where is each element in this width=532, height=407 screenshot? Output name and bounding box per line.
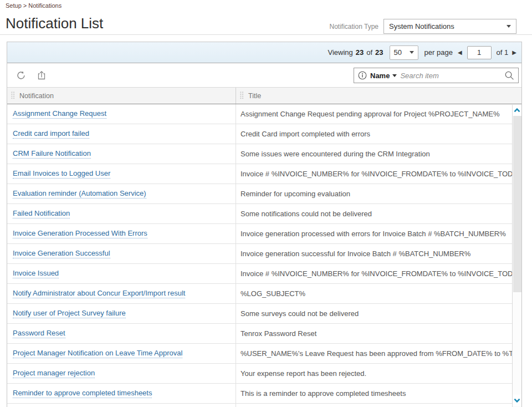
page-size-select[interactable]: 50 [390, 45, 418, 60]
notification-link[interactable]: Invoice Generation Successful [13, 249, 110, 258]
column-header-title[interactable]: Title [236, 88, 521, 104]
notification-type-filter: Notification Type System Notifications [330, 19, 517, 34]
notification-cell: Assignment Change Request [7, 104, 236, 124]
notification-link[interactable]: Email Invoices to Logged User [13, 169, 110, 179]
title-cell: Reminder for upcoming evaluation [236, 184, 512, 204]
notification-cell: Password Reset [7, 324, 236, 343]
notification-link[interactable]: Notify user of Project Survey failure [13, 309, 126, 318]
export-button[interactable] [36, 70, 47, 81]
refresh-icon [16, 70, 27, 81]
table-row: Invoice Generation Successful Invoice ge… [7, 244, 512, 264]
notification-link[interactable]: Failed Notification [13, 209, 70, 218]
scrollbar-thumb[interactable] [513, 116, 521, 292]
table-row: Project manager rejection Your expense r… [7, 364, 512, 384]
table-header: Notification Title [7, 87, 521, 104]
notification-link[interactable]: Evaluation reminder (Automation Service) [13, 189, 146, 199]
viewing-of-label: of [366, 48, 372, 57]
notification-link[interactable]: Password Reset [13, 329, 65, 338]
table-row: Reminder to approve completed timesheets… [7, 384, 512, 404]
notification-link[interactable]: Credit card import failed [13, 129, 89, 139]
notification-cell: Invoice Generation Processed With Errors [7, 224, 236, 243]
notification-cell: Notify user of Project Survey failure [7, 304, 236, 323]
notification-cell: Project manager rejection [7, 364, 236, 383]
header-divider [0, 34, 532, 35]
info-icon[interactable] [358, 71, 367, 80]
notification-cell: Invoice Generation Successful [7, 244, 236, 263]
notification-type-select[interactable]: System Notifications [383, 19, 516, 34]
title-cell: Some issues were encountered during the … [236, 144, 512, 164]
notification-link[interactable]: Invoice Generation Processed With Errors [13, 229, 147, 238]
grid-action-bar: Name [7, 63, 521, 87]
title-cell: Some surveys could not be delivered [236, 304, 512, 323]
notification-link[interactable]: Invoice Issued [13, 269, 59, 278]
viewing-total: 23 [375, 48, 383, 57]
notification-cell: Project Manager Notification on Leave Ti… [7, 344, 236, 363]
search-field-label: Name [370, 72, 390, 80]
column-header-label: Notification [19, 92, 54, 100]
page-title: Notification List [6, 15, 103, 32]
next-page-button[interactable]: ▶ [512, 49, 516, 55]
search-button[interactable] [504, 70, 514, 80]
notification-link[interactable]: Reminder to approve completed timesheets [13, 389, 152, 398]
title-cell: Some notifications could not be delivere… [236, 204, 512, 223]
title-cell: This is a reminder to approve completed … [236, 384, 512, 403]
table-row: Invoice Issued Invoice # %INVOICE_NUMBER… [7, 264, 512, 284]
notification-cell: Failed Notification [7, 204, 236, 223]
title-cell: Invoice generation successful for Invoic… [236, 244, 512, 263]
notification-cell [7, 404, 236, 407]
scroll-up-button[interactable] [513, 105, 521, 116]
column-header-label: Title [248, 92, 261, 100]
notification-link[interactable]: Project Manager Notification on Leave Ti… [13, 349, 182, 358]
viewing-label: Viewing [328, 48, 353, 57]
title-cell: Invoice generation processed with errors… [236, 224, 512, 243]
table-row: Project Manager Notification on Leave Ti… [7, 344, 512, 364]
scroll-down-button[interactable] [513, 395, 521, 406]
notification-link[interactable]: CRM Failure Notification [13, 149, 91, 159]
title-cell [236, 404, 512, 407]
page-number-input[interactable] [467, 46, 492, 59]
chevron-down-icon [507, 25, 511, 28]
search-icon [504, 70, 514, 80]
refresh-button[interactable] [16, 70, 27, 81]
notification-link[interactable]: Notify Administrator about Concur Export… [13, 289, 185, 298]
vertical-scrollbar[interactable] [512, 105, 521, 407]
notification-link[interactable]: Assignment Change Request [13, 109, 106, 119]
prev-page-button[interactable]: ◀ [458, 49, 462, 55]
table-row: Credit card import failed Credit Card im… [7, 124, 512, 144]
notification-cell: Invoice Issued [7, 264, 236, 283]
page-size-value: 50 [394, 48, 402, 57]
column-grip-icon [240, 91, 244, 100]
column-header-notification[interactable]: Notification [7, 88, 236, 104]
search-box: Name [354, 68, 519, 83]
viewing-count: 23 [356, 48, 364, 57]
notification-cell: Notify Administrator about Concur Export… [7, 284, 236, 303]
column-grip-icon [11, 91, 15, 100]
title-cell: %USER_NAME%'s Leave Request has been app… [236, 344, 512, 363]
notification-cell: Evaluation reminder (Automation Service) [7, 184, 236, 204]
notification-link[interactable]: Project manager rejection [13, 369, 95, 378]
table-row-partial [7, 404, 512, 407]
export-icon [36, 70, 47, 81]
title-cell: Credit Card import completed with errors [236, 124, 512, 144]
notification-grid: Viewing 23 of 23 50 per page ◀ of 1 ▶ [7, 42, 522, 407]
chevron-down-icon [392, 74, 397, 77]
search-input[interactable] [400, 72, 501, 80]
grid-toolbar: Viewing 23 of 23 50 per page ◀ of 1 ▶ [7, 42, 521, 63]
notification-type-value: System Notifications [389, 22, 454, 30]
scroll-up-icon [514, 108, 520, 113]
title-cell: Assignment Change Request pending approv… [236, 104, 512, 124]
table-row: Invoice Generation Processed With Errors… [7, 224, 512, 244]
notification-cell: Credit card import failed [7, 124, 236, 144]
notification-cell: Email Invoices to Logged User [7, 164, 236, 184]
table-row: Assignment Change Request Assignment Cha… [7, 104, 512, 124]
notification-type-label: Notification Type [330, 23, 379, 30]
notification-cell: CRM Failure Notification [7, 144, 236, 164]
table-row: Failed Notification Some notifications c… [7, 204, 512, 224]
table-row: Password Reset Tenrox Password Reset [7, 324, 512, 344]
table-row: CRM Failure Notification Some issues wer… [7, 144, 512, 164]
scroll-down-icon [514, 398, 520, 403]
title-cell: Invoice # %INVOICE_NUMBER% for %INVOICE_… [236, 264, 512, 283]
breadcrumb[interactable]: Setup > Notifications [6, 2, 62, 9]
title-cell: %LOG_SUBJECT% [236, 284, 512, 303]
search-field-select[interactable]: Name [370, 72, 397, 80]
